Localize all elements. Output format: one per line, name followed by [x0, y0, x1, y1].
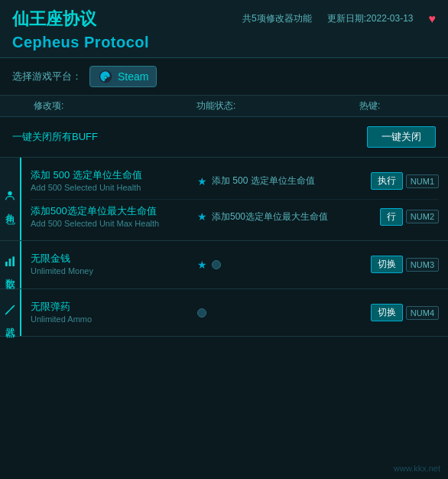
svg-rect-3: [5, 262, 8, 266]
status-text: 添加 500 选定单位生命值: [212, 174, 315, 187]
title-zh: 仙王座协议: [12, 8, 96, 31]
svg-point-2: [8, 191, 11, 195]
mod-hotkey-col: 执行NUM1: [355, 172, 439, 190]
mod-status-col: [197, 308, 349, 318]
status-text: 添加500选定单位最大生命值: [212, 210, 328, 223]
col-mod: 修改项:: [34, 99, 196, 112]
heart-icon[interactable]: ♥: [429, 12, 437, 26]
mod-name-col: 无限弹药 Unlimited Ammo: [31, 300, 191, 326]
section-icon-role: 角色: [0, 158, 21, 240]
mod-name-col: 添加 500 选定单位生命值 Add 500 Selected Unit Hea…: [31, 168, 191, 194]
platform-row: 选择游戏平台： Steam: [0, 58, 448, 96]
col-status: 功能状态:: [196, 99, 359, 112]
mod-hotkey-col: 行NUM2: [355, 208, 439, 226]
star-icon: ★: [197, 175, 207, 187]
mod-status-col: ★添加500选定单位最大生命值: [197, 210, 349, 223]
action-button[interactable]: 执行: [371, 172, 403, 190]
action-button[interactable]: 切换: [371, 304, 403, 321]
action-button[interactable]: 切换: [371, 256, 403, 273]
title-en: Cepheus Protocol: [12, 34, 436, 51]
hotkey-badge: NUM1: [406, 174, 439, 188]
mod-name-zh: 无限金钱: [31, 252, 191, 266]
section-icon-label-role: 角色: [3, 205, 17, 208]
mod-name-zh: 添加 500 选定单位生命值: [31, 168, 191, 182]
onekey-label: 一键关闭所有BUFF: [12, 130, 355, 144]
svg-line-8: [6, 311, 8, 314]
section-icon-label-weapon: 武器: [3, 319, 17, 322]
table-row: 添加 500 选定单位生命值 Add 500 Selected Unit Hea…: [31, 164, 439, 200]
section-body-weapon: 无限弹药 Unlimited Ammo 切换NUM4: [21, 289, 448, 337]
header-meta: 共5项修改器功能 更新日期:2022-03-13 ♥: [242, 12, 436, 26]
section-role: 角色 添加 500 选定单位生命值 Add 500 Selected Unit …: [0, 158, 448, 241]
update-date: 更新日期:2022-03-13: [327, 12, 414, 26]
hotkey-badge: NUM4: [406, 306, 439, 320]
mod-name-zh: 无限弹药: [31, 300, 191, 314]
steam-button[interactable]: Steam: [89, 66, 157, 87]
svg-line-7: [11, 306, 14, 308]
star-icon: ★: [197, 259, 207, 271]
mod-name-en: Add 500 Selected Unit Health: [31, 182, 191, 194]
col-hotkey: 热键:: [359, 99, 436, 112]
steam-icon: [98, 69, 113, 84]
status-dot: [212, 260, 221, 269]
mod-name-col: 无限金钱 Unlimited Money: [31, 252, 191, 278]
svg-point-1: [104, 77, 106, 79]
section-content-role: 角色 添加 500 选定单位生命值 Add 500 Selected Unit …: [0, 158, 448, 240]
mod-hotkey-col: 切换NUM3: [355, 256, 439, 273]
section-weapon: 武器 无限弹药 Unlimited Ammo 切换NUM4: [0, 289, 448, 337]
mod-name-en: Unlimited Ammo: [31, 314, 191, 325]
column-headers: 修改项: 功能状态: 热键:: [0, 96, 448, 117]
mod-hotkey-col: 切换NUM4: [355, 304, 439, 321]
section-data: 数据 无限金钱 Unlimited Money ★切换NUM3: [0, 241, 448, 289]
onekey-row: 一键关闭所有BUFF 一键关闭: [0, 117, 448, 158]
mod-name-en: Unlimited Money: [31, 266, 191, 277]
mod-name-col: 添加500选定单位最大生命值 Add 500 Selected Unit Max…: [31, 204, 191, 230]
section-icon-weapon: 武器: [0, 289, 21, 337]
section-content-weapon: 武器 无限弹药 Unlimited Ammo 切换NUM4: [0, 289, 448, 337]
mod-status-col: ★添加 500 选定单位生命值: [197, 174, 349, 187]
sections-container: 角色 添加 500 选定单位生命值 Add 500 Selected Unit …: [0, 158, 448, 337]
section-body-data: 无限金钱 Unlimited Money ★切换NUM3: [21, 241, 448, 288]
action-button[interactable]: 行: [380, 208, 403, 226]
table-row: 无限金钱 Unlimited Money ★切换NUM3: [31, 247, 439, 282]
platform-label: 选择游戏平台：: [12, 70, 82, 83]
status-dot: [197, 308, 206, 318]
section-content-data: 数据 无限金钱 Unlimited Money ★切换NUM3: [0, 241, 448, 288]
svg-rect-5: [12, 256, 15, 266]
svg-rect-4: [9, 259, 11, 266]
mod-status-col: ★: [197, 259, 349, 271]
onekey-button[interactable]: 一键关闭: [367, 126, 436, 148]
hotkey-badge: NUM3: [406, 258, 439, 272]
star-icon: ★: [197, 210, 207, 223]
mod-name-zh: 添加500选定单位最大生命值: [31, 204, 191, 218]
modifier-count: 共5项修改器功能: [242, 12, 312, 26]
section-icon-label-data: 数据: [3, 271, 17, 274]
section-body-role: 添加 500 选定单位生命值 Add 500 Selected Unit Hea…: [21, 158, 448, 240]
mod-name-en: Add 500 Selected Unit Max Health: [31, 218, 191, 230]
steam-label: Steam: [118, 70, 148, 83]
table-row: 无限弹药 Unlimited Ammo 切换NUM4: [31, 295, 439, 331]
section-icon-data: 数据: [0, 241, 21, 288]
watermark: www.kkx.net: [394, 464, 440, 473]
hotkey-badge: NUM2: [406, 210, 439, 223]
header: 仙王座协议 共5项修改器功能 更新日期:2022-03-13 ♥ Cepheus…: [0, 0, 448, 58]
table-row: 添加500选定单位最大生命值 Add 500 Selected Unit Max…: [31, 200, 439, 235]
